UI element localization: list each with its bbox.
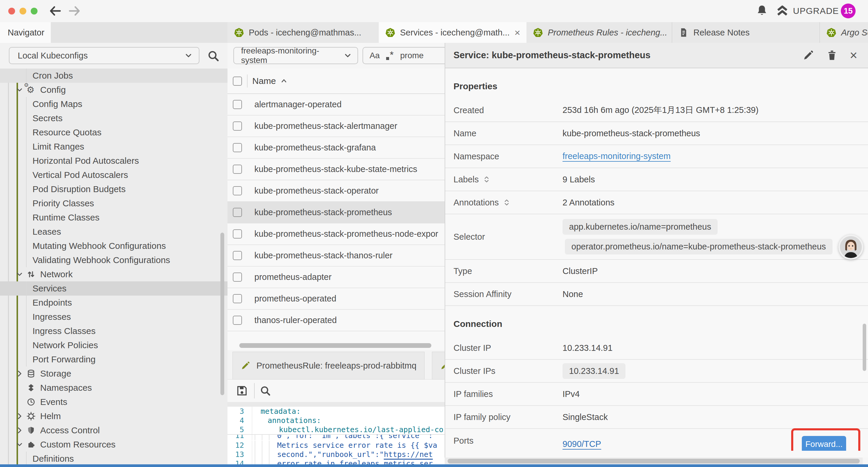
table-row[interactable]: alertmanager-operated <box>227 94 445 116</box>
value-chip: 10.233.14.91 <box>562 363 625 379</box>
table-row[interactable]: prometheus-adapter <box>227 267 445 288</box>
regex-toggle[interactable]: * <box>386 49 394 62</box>
table-row[interactable]: kube-prometheus-stack-operator <box>227 180 445 202</box>
sidebar-item-vertical-pod-autoscalers[interactable]: Vertical Pod Autoscalers <box>0 168 227 182</box>
search-icon[interactable] <box>207 49 220 62</box>
sidebar-item-mutating-webhook-configurations[interactable]: Mutating Webhook Configurations <box>0 239 227 253</box>
sidebar-item-runtime-classes[interactable]: Runtime Classes <box>0 210 227 225</box>
sidebar-item-config[interactable]: ⚙⚙Config <box>0 83 227 97</box>
chevron-down-icon[interactable] <box>16 440 27 449</box>
row-checkbox[interactable] <box>233 208 242 217</box>
detail-scrollbar[interactable] <box>863 324 866 371</box>
table-horizontal-scrollbar[interactable] <box>239 343 431 348</box>
sidebar-item-limit-ranges[interactable]: Limit Ranges <box>0 140 227 154</box>
close-icon[interactable]: × <box>514 28 520 37</box>
sidebar-item-secrets[interactable]: Secrets <box>0 111 227 125</box>
table-row[interactable]: prometheus-operated <box>227 288 445 310</box>
yaml-editor[interactable]: 3metadata:4annotations:5kubectl.kubernet… <box>227 407 445 465</box>
trash-icon[interactable] <box>826 49 838 61</box>
table-row[interactable]: kube-prometheus-stack-kube-state-metrics <box>227 159 445 180</box>
tab-argo-se[interactable]: Argo Se <box>820 22 868 43</box>
row-checkbox[interactable] <box>233 229 242 238</box>
property-row-created: Created253d 16h 6m ago (2025年1月13日 GMT+8… <box>445 99 868 122</box>
editor-tab[interactable] <box>432 352 445 380</box>
table-row[interactable]: kube-prometheus-stack-alertmanager <box>227 116 445 137</box>
sidebar-item-network-policies[interactable]: Network Policies <box>0 338 227 352</box>
detail-horizontal-scrollbar[interactable] <box>445 458 863 465</box>
tab-release-notes[interactable]: Release Notes <box>672 22 820 43</box>
chevron-right-icon[interactable] <box>16 426 27 435</box>
row-checkbox[interactable] <box>233 272 242 282</box>
chevron-right-icon[interactable] <box>16 412 27 420</box>
maximize-window-button[interactable] <box>31 8 37 14</box>
row-checkbox[interactable] <box>233 186 242 195</box>
upgrade-button[interactable]: UPGRADE <box>776 4 839 18</box>
sidebar-scrollbar[interactable] <box>220 233 224 395</box>
sidebar-item-port-forwarding[interactable]: Port Forwarding <box>0 352 227 367</box>
sidebar-item-ingresses[interactable]: Ingresses <box>0 310 227 324</box>
notification-badge[interactable]: 15 <box>841 4 856 18</box>
port-link[interactable]: 9090/TCP <box>562 439 601 449</box>
sidebar-item-custom-resources[interactable]: Custom Resources <box>0 437 227 451</box>
editor-tab-prometheusrule-freeleaps-pro[interactable]: PrometheusRule: freeleaps-prod-rabbitmq <box>232 352 425 380</box>
forward-icon[interactable] <box>67 4 81 18</box>
table-row[interactable]: kube-prometheus-stack-prometheus <box>227 202 445 224</box>
chevron-right-icon[interactable] <box>16 370 27 378</box>
sidebar-item-resource-quotas[interactable]: Resource Quotas <box>0 125 227 140</box>
row-checkbox[interactable] <box>233 294 242 303</box>
sidebar-item-horizontal-pod-autoscalers[interactable]: Horizontal Pod Autoscalers <box>0 154 227 168</box>
sidebar-item-services[interactable]: Services <box>0 282 227 296</box>
table-row[interactable]: thanos-ruler-operated <box>227 310 445 331</box>
name-search-input[interactable]: Aa * prome <box>363 47 445 64</box>
tab-pods-icecheng-mathmas-[interactable]: Pods - icecheng@mathmas... <box>227 22 379 43</box>
minimize-window-button[interactable] <box>20 8 26 14</box>
sidebar-item-network[interactable]: Network <box>0 267 227 282</box>
tab-navigator[interactable]: Navigator <box>0 22 51 43</box>
select-all-checkbox[interactable] <box>233 77 242 86</box>
user-avatar[interactable] <box>838 235 863 260</box>
sidebar-item-config-maps[interactable]: Config Maps <box>0 97 227 111</box>
tab-services-icecheng-math-[interactable]: Services - icecheng@math...× <box>379 22 526 43</box>
pencil-icon[interactable] <box>802 49 814 61</box>
row-checkbox[interactable] <box>233 100 242 109</box>
table-row[interactable]: kube-prometheus-stack-prometheus-node-ex… <box>227 224 445 245</box>
close-window-button[interactable] <box>8 8 15 14</box>
sidebar-item-ingress-classes[interactable]: Ingress Classes <box>0 324 227 338</box>
chevron-down-icon[interactable] <box>16 270 27 279</box>
close-icon[interactable]: × <box>850 49 857 62</box>
sidebar-item-definitions[interactable]: Definitions <box>0 451 227 465</box>
sidebar-item-endpoints[interactable]: Endpoints <box>0 296 227 310</box>
sidebar-item-events[interactable]: Events <box>0 395 227 409</box>
row-checkbox[interactable] <box>233 143 242 152</box>
sidebar-item-validating-webhook-configurations[interactable]: Validating Webhook Configurations <box>0 253 227 267</box>
save-icon[interactable] <box>236 384 248 397</box>
kubeconfig-selector[interactable]: Local Kubeconfigs <box>9 47 199 64</box>
sidebar-item-namespaces[interactable]: Namespaces <box>0 381 227 395</box>
section-heading: Properties <box>445 68 868 99</box>
row-checkbox[interactable] <box>233 165 242 174</box>
name-column-header[interactable]: Name <box>252 76 288 86</box>
sidebar-item-storage[interactable]: Storage <box>0 367 227 381</box>
namespace-selector[interactable]: freeleaps-monitoring-system <box>234 47 358 64</box>
tab-label: Prometheus Rules - icecheng... <box>548 28 668 37</box>
search-icon[interactable] <box>259 385 271 397</box>
row-checkbox[interactable] <box>233 121 242 130</box>
expander-icon[interactable] <box>503 199 510 206</box>
sidebar-item-cron-jobs[interactable]: Cron Jobs <box>0 68 227 83</box>
forward-button[interactable]: Forward... <box>802 436 846 451</box>
back-icon[interactable] <box>49 4 62 18</box>
row-checkbox[interactable] <box>233 251 242 260</box>
table-row[interactable]: kube-prometheus-stack-grafana <box>227 137 445 159</box>
namespace-link[interactable]: freeleaps-monitoring-system <box>562 151 671 162</box>
sidebar-item-priority-classes[interactable]: Priority Classes <box>0 196 227 210</box>
sidebar-item-access-control[interactable]: Access Control <box>0 423 227 437</box>
row-checkbox[interactable] <box>233 316 242 325</box>
expander-icon[interactable] <box>483 176 490 183</box>
table-row[interactable]: kube-prometheus-stack-thanos-ruler <box>227 245 445 267</box>
tab-prometheus-rules-icechen[interactable]: Prometheus Rules - icecheng... <box>526 22 672 43</box>
sidebar-item-pod-disruption-budgets[interactable]: Pod Disruption Budgets <box>0 182 227 196</box>
sidebar-item-leases[interactable]: Leases <box>0 225 227 239</box>
bell-icon[interactable] <box>755 4 769 18</box>
match-case-toggle[interactable]: Aa <box>370 51 380 60</box>
sidebar-item-helm[interactable]: Helm <box>0 409 227 423</box>
